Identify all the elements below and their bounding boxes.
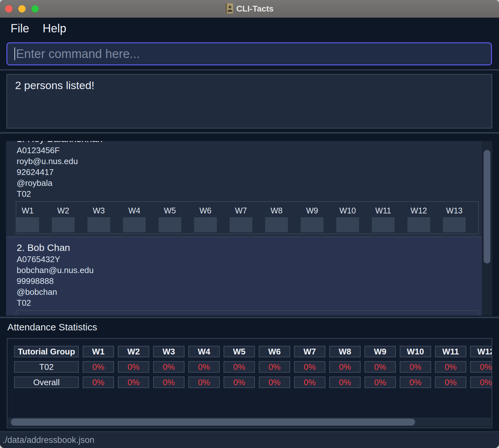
stats-value-cell: 0%	[118, 377, 149, 388]
split-divider[interactable]	[0, 132, 499, 134]
week-label: W2	[52, 311, 75, 316]
week-label: W5	[159, 202, 181, 217]
week-column: W6	[194, 311, 230, 316]
attendance-cell	[265, 217, 288, 232]
attendance-cell	[230, 217, 252, 232]
week-column: W3	[87, 311, 123, 316]
stats-value-cell: 0%	[294, 377, 325, 388]
person-list: 1. Roy Balakrishnan A0123456F royb@u.nus…	[6, 141, 492, 316]
stats-value-cell: 0%	[118, 361, 149, 373]
stats-value-cell: 0%	[294, 361, 325, 373]
stats-panel: Tutorial GroupW1W2W3W4W5W6W7W8W9W10W11W1…	[7, 338, 492, 428]
stats-value-cell: 0%	[188, 377, 220, 388]
week-label: W5	[159, 311, 181, 316]
horizontal-scrollbar-thumb[interactable]	[11, 419, 415, 426]
stats-header-cell: W7	[294, 346, 325, 357]
stats-heading: Attendance Statistics	[7, 321, 97, 333]
close-button[interactable]	[5, 5, 12, 12]
week-column: W8	[265, 311, 301, 316]
stats-header-cell: W6	[259, 346, 290, 357]
stats-value-cell: 0%	[400, 361, 431, 373]
stats-header-cell: Tutorial Group	[14, 346, 79, 357]
split-divider[interactable]	[0, 317, 499, 318]
person-tutorial-group: T02	[17, 188, 482, 199]
person-phone: 92624417	[17, 167, 482, 178]
stats-value-cell: 0%	[470, 377, 492, 388]
menu-help[interactable]: Help	[43, 22, 66, 35]
stats-value-cell: 0%	[470, 361, 492, 373]
stats-header-cell: W11	[435, 346, 466, 357]
person-email: bobchan@u.nus.edu	[17, 265, 482, 276]
attendance-cell	[372, 217, 395, 232]
person-email: royb@u.nus.edu	[17, 156, 482, 167]
week-column: W2	[52, 202, 87, 234]
week-label: W6	[194, 311, 217, 316]
title-bar: CLI-Tacts	[0, 0, 499, 18]
attendance-week-grid: W1W2W3W4W5W6W7W8W9W10W11W12W13	[16, 310, 479, 316]
minimize-button[interactable]	[18, 5, 26, 12]
vertical-scrollbar-thumb[interactable]	[484, 150, 490, 263]
result-display: 2 persons listed!	[6, 74, 492, 129]
stats-header-cell: W8	[329, 346, 361, 357]
week-label: W12	[407, 311, 430, 316]
person-card[interactable]: 2. Bob Chan A0765432Y bobchan@u.nus.edu …	[6, 236, 482, 316]
attendance-cell	[123, 217, 146, 232]
person-phone: 99998888	[17, 276, 482, 286]
address-book-icon	[225, 3, 233, 15]
traffic-lights	[5, 5, 39, 12]
text-cursor	[14, 47, 15, 60]
stats-header-cell: W4	[188, 346, 220, 357]
week-column: W12	[407, 311, 443, 316]
status-file-path: ./data/addressbook.json	[3, 435, 94, 445]
stats-value-cell: 0%	[188, 361, 220, 373]
stats-row-label: T02	[14, 361, 79, 373]
person-tutorial-group: T02	[17, 297, 482, 308]
week-column: W11	[372, 311, 407, 316]
attendance-cell	[194, 217, 217, 232]
week-column: W5	[159, 311, 194, 316]
week-label: W6	[194, 202, 217, 217]
week-label: W11	[372, 311, 395, 316]
stats-value-cell: 0%	[329, 361, 361, 373]
week-label: W2	[52, 202, 75, 217]
week-label: W13	[443, 202, 466, 217]
week-column: W2	[52, 311, 87, 316]
week-column: W6	[194, 202, 230, 234]
week-label: W3	[87, 202, 110, 217]
week-label: W4	[123, 202, 146, 217]
window-title: CLI-Tacts	[236, 4, 274, 14]
command-input[interactable]: Enter command here...	[6, 42, 492, 65]
week-column: W7	[230, 202, 265, 234]
stats-value-cell: 0%	[435, 377, 466, 388]
week-column: W9	[301, 202, 336, 234]
status-bar: ./data/addressbook.json	[0, 431, 499, 448]
week-column: W12	[407, 202, 443, 234]
stats-value-cell: 0%	[435, 361, 466, 373]
menu-file[interactable]: File	[11, 22, 29, 35]
week-label: W12	[407, 202, 430, 217]
stats-row-label: Overall	[14, 377, 79, 388]
week-label: W1	[16, 202, 39, 217]
week-column: W7	[230, 311, 265, 316]
horizontal-scrollbar-track[interactable]	[8, 418, 491, 427]
stats-value-cell: 0%	[364, 361, 396, 373]
week-label: W1	[16, 311, 39, 316]
week-label: W11	[372, 202, 395, 217]
person-card[interactable]: 1. Roy Balakrishnan A0123456F royb@u.nus…	[6, 141, 482, 236]
person-telegram: @roybala	[17, 178, 482, 188]
stats-table: Tutorial GroupW1W2W3W4W5W6W7W8W9W10W11W1…	[7, 339, 492, 388]
person-telegram: @bobchan	[17, 286, 482, 297]
zoom-button[interactable]	[31, 5, 39, 12]
stats-header-cell: W2	[118, 346, 149, 357]
split-divider[interactable]	[0, 69, 499, 71]
week-column: W5	[159, 202, 194, 234]
app-window: CLI-Tacts File Help Enter command here..…	[0, 0, 499, 448]
vertical-scrollbar-track[interactable]	[482, 141, 492, 316]
stats-header-cell: W12	[470, 346, 492, 357]
week-label: W8	[265, 311, 288, 316]
attendance-cell	[443, 217, 466, 232]
week-column: W10	[336, 202, 372, 234]
week-label: W4	[123, 311, 146, 316]
stats-value-cell: 0%	[153, 361, 184, 373]
stats-value-cell: 0%	[259, 361, 290, 373]
